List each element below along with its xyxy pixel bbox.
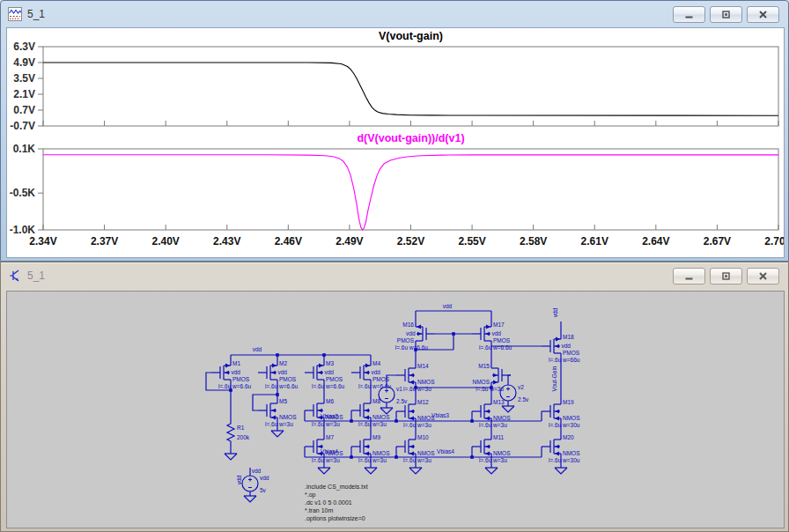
svg-text:3.5V: 3.5V xyxy=(13,72,35,85)
svg-text:M6: M6 xyxy=(326,398,334,404)
svg-text:l=.6u w=66u: l=.6u w=66u xyxy=(549,357,580,363)
close-icon xyxy=(758,10,768,19)
trace-0[interactable] xyxy=(43,63,778,115)
svg-text:NMOS: NMOS xyxy=(417,450,435,456)
svg-text:-1.0K: -1.0K xyxy=(10,224,36,236)
resistor-R1[interactable]: R1200k xyxy=(227,420,250,445)
ground-symbol[interactable] xyxy=(485,468,498,474)
waveform-plot-area[interactable]: 6.3V4.9V3.5V2.1V0.7V-0.7VV(vout-gain)0.1… xyxy=(6,27,785,258)
svg-text:M2: M2 xyxy=(279,360,287,366)
mosfet-M18[interactable]: M18vddPMOSl=.6u w=66u xyxy=(542,334,580,364)
svg-text:5v: 5v xyxy=(260,487,267,493)
svg-text:2.1V: 2.1V xyxy=(13,88,35,100)
mosfet-M9[interactable]: M9NMOSl=.6u w=3u xyxy=(351,434,390,464)
ground-symbol[interactable] xyxy=(318,468,330,474)
mosfet-M16[interactable]: M16vddPMOSl=.6u w=6.6u xyxy=(395,321,435,351)
ground-symbol[interactable] xyxy=(244,496,256,502)
svg-text:NMOS: NMOS xyxy=(372,450,390,456)
svg-text:NMOS: NMOS xyxy=(473,379,490,385)
svg-text:l=.6u w=30u: l=.6u w=30u xyxy=(549,457,580,463)
svg-text:PMOS: PMOS xyxy=(279,376,297,382)
mosfet-M15[interactable]: M15NMOSl=.6u w=3u xyxy=(473,363,512,393)
svg-text:M3: M3 xyxy=(326,360,334,366)
mosfet-M5[interactable]: M5NMOSl=.6u w=3u xyxy=(258,398,297,428)
svg-text:2.61V: 2.61V xyxy=(581,235,608,248)
ground-symbol[interactable] xyxy=(271,431,284,437)
trace-title-0: V(vout-gain) xyxy=(379,30,443,42)
mosfet-M2[interactable]: M2vddPMOSl=.6u w=6.6u xyxy=(258,360,299,390)
svg-text:l=.6u w=30u: l=.6u w=30u xyxy=(549,422,580,428)
junction-dot xyxy=(350,455,353,459)
net-label-vdd: vdd xyxy=(253,346,262,352)
plot-pane-1[interactable]: 0.1K-0.5K-1.0Kd(V(vout-gain))/d(v1) xyxy=(10,132,778,236)
net-label-Vout-Gain: Vout-Gain xyxy=(551,366,557,391)
mosfet-M17[interactable]: M17vddPMOSl=.6u w=6.6u xyxy=(472,321,512,351)
mosfet-M4[interactable]: M4vddPMOSl=.6u w=6.6u xyxy=(351,360,392,390)
waveform-plot[interactable]: 6.3V4.9V3.5V2.1V0.7V-0.7VV(vout-gain)0.1… xyxy=(7,28,784,257)
svg-text:NMOS: NMOS xyxy=(563,415,580,421)
svg-text:2.5v: 2.5v xyxy=(518,396,529,403)
svg-text:l=.6u w=3u: l=.6u w=3u xyxy=(265,421,293,427)
svg-text:2.40V: 2.40V xyxy=(151,235,179,248)
svg-text:2.34V: 2.34V xyxy=(29,235,56,248)
trace-title-1: d(V(vout-gain))/d(v1) xyxy=(357,132,464,144)
minimize-button[interactable] xyxy=(673,268,705,284)
svg-text:M11: M11 xyxy=(493,434,505,440)
svg-text:2.37V: 2.37V xyxy=(91,235,118,248)
svg-text:PMOS: PMOS xyxy=(493,337,511,344)
restore-button[interactable] xyxy=(710,6,742,23)
minimize-button[interactable] xyxy=(673,6,705,23)
svg-text:vdd: vdd xyxy=(278,369,288,375)
ground-symbol[interactable] xyxy=(502,406,514,412)
svg-text:vdd: vdd xyxy=(372,369,381,375)
mosfet-M11[interactable]: M11NMOSl=.6u w=3u xyxy=(472,434,511,464)
waveform-window-titlebar[interactable]: 5_1 xyxy=(1,1,788,27)
svg-text:6.3V: 6.3V xyxy=(13,41,35,53)
svg-text:PMOS: PMOS xyxy=(232,376,250,382)
schematic-window-titlebar[interactable]: 5_1 xyxy=(1,262,788,289)
svg-text:2.43V: 2.43V xyxy=(213,235,240,248)
svg-text:PMOS: PMOS xyxy=(372,376,390,382)
junction-dot xyxy=(470,455,474,459)
ground-symbol[interactable] xyxy=(365,468,377,474)
junction-dot xyxy=(452,332,455,336)
voltage-source-v2[interactable]: v22.5v xyxy=(500,384,529,403)
minimize-icon xyxy=(684,271,694,281)
schematic-canvas[interactable]: M16vddPMOSl=.6u w=6.6uM17vddPMOSl=.6u w=… xyxy=(6,291,785,528)
mosfet-M3[interactable]: M3vddPMOSl=.6u w=6.6u xyxy=(305,360,345,390)
window-controls xyxy=(673,268,779,284)
close-button[interactable] xyxy=(747,268,779,284)
voltage-source-vdd[interactable]: vdd5v xyxy=(242,475,269,493)
close-button[interactable] xyxy=(747,6,779,23)
wire[interactable] xyxy=(253,395,277,410)
restore-down-icon xyxy=(721,10,731,19)
ground-symbol[interactable] xyxy=(409,468,422,474)
schematic-drawing[interactable]: M16vddPMOSl=.6u w=6.6uM17vddPMOSl=.6u w=… xyxy=(7,292,784,528)
svg-text:-0.5K: -0.5K xyxy=(10,187,36,199)
mosfet-M10[interactable]: M10NMOSl=.6u w=3u xyxy=(396,434,435,464)
svg-text:4.9V: 4.9V xyxy=(13,56,35,69)
trace-1[interactable] xyxy=(43,155,778,230)
junction-dot xyxy=(322,353,326,357)
svg-text:v2: v2 xyxy=(518,384,524,390)
ground-symbol[interactable] xyxy=(225,454,237,460)
mosfet-M13[interactable]: M13NMOSl=.6u w=3u xyxy=(472,399,511,429)
mosfet-M20[interactable]: M20NMOSl=.6u w=30u xyxy=(542,434,580,464)
svg-text:l=.6u w=3u: l=.6u w=3u xyxy=(476,386,504,392)
svg-text:200k: 200k xyxy=(237,434,250,440)
plot-pane-0[interactable]: 6.3V4.9V3.5V2.1V0.7V-0.7VV(vout-gain) xyxy=(10,30,778,132)
ground-symbol[interactable] xyxy=(380,408,393,414)
ground-symbol[interactable] xyxy=(555,468,567,474)
wire[interactable] xyxy=(508,375,511,385)
net-label-vdd: vdd xyxy=(552,307,558,317)
restore-button[interactable] xyxy=(710,268,742,284)
svg-text:M5: M5 xyxy=(279,398,287,404)
svg-text:M15: M15 xyxy=(478,363,490,369)
net-label-vdd: vdd xyxy=(252,468,262,474)
mosfet-M1[interactable]: M1vddPMOSl=.6u w=6.6u xyxy=(211,360,252,390)
svg-text:PMOS: PMOS xyxy=(326,376,343,382)
svg-text:vdd: vdd xyxy=(406,330,416,336)
svg-text:M14: M14 xyxy=(417,363,429,369)
mosfet-M19[interactable]: M19NMOSl=.6u w=30u xyxy=(542,399,580,429)
svg-text:M20: M20 xyxy=(563,434,574,440)
